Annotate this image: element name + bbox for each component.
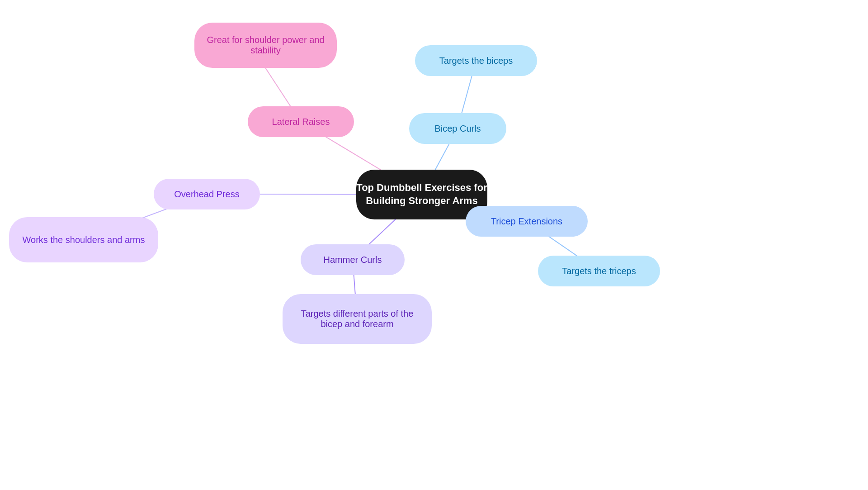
tricep-extensions-node: Tricep Extensions <box>466 206 588 237</box>
targets-biceps-label: Targets the biceps <box>439 56 513 66</box>
lateral-raises-node: Lateral Raises <box>248 106 354 137</box>
works-shoulders-node: Works the shoulders and arms <box>9 217 158 262</box>
tricep-extensions-label: Tricep Extensions <box>491 216 562 227</box>
lateral-raises-label: Lateral Raises <box>272 117 330 127</box>
works-shoulders-label: Works the shoulders and arms <box>23 235 145 245</box>
overhead-press-node: Overhead Press <box>154 179 260 209</box>
bicep-curls-node: Bicep Curls <box>409 113 506 144</box>
targets-biceps-node: Targets the biceps <box>415 45 537 76</box>
overhead-press-label: Overhead Press <box>174 189 240 200</box>
targets-triceps-label: Targets the triceps <box>562 266 636 276</box>
shoulder-power-label: Great for shoulder power and stability <box>203 35 328 56</box>
bicep-curls-label: Bicep Curls <box>434 124 481 134</box>
center-label: Top Dumbbell Exercises for Building Stro… <box>356 181 487 207</box>
center-node: Top Dumbbell Exercises for Building Stro… <box>356 170 487 219</box>
targets-bicep-forearm-label: Targets different parts of the bicep and… <box>292 309 423 329</box>
hammer-curls-label: Hammer Curls <box>324 255 382 265</box>
targets-triceps-node: Targets the triceps <box>538 256 660 286</box>
hammer-curls-node: Hammer Curls <box>301 244 405 275</box>
targets-bicep-forearm-node: Targets different parts of the bicep and… <box>283 294 432 344</box>
shoulder-power-node: Great for shoulder power and stability <box>194 23 337 68</box>
